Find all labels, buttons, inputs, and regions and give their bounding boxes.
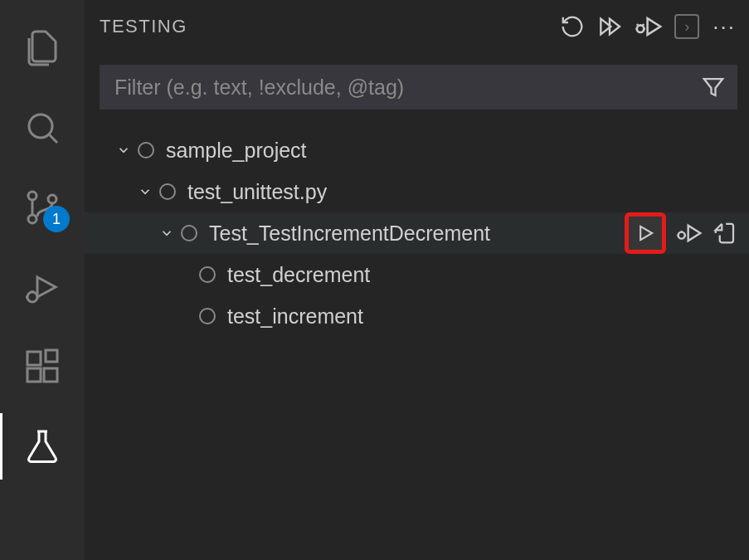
tree-label: test_decrement: [227, 263, 370, 287]
run-all-icon: [596, 13, 623, 40]
tree-node-test[interactable]: test_decrement: [85, 254, 749, 295]
svg-marker-16: [648, 18, 661, 35]
svg-point-17: [637, 26, 644, 33]
chevron-down-icon: [113, 143, 134, 158]
testing-panel: TESTING: [85, 0, 749, 560]
row-actions: [625, 212, 737, 254]
run-debug-tab[interactable]: [0, 247, 85, 327]
svg-marker-23: [704, 79, 723, 95]
svg-rect-12: [44, 368, 57, 382]
refresh-icon: [560, 14, 585, 39]
refresh-button[interactable]: [560, 14, 585, 39]
svg-marker-5: [37, 277, 56, 297]
svg-line-21: [637, 24, 638, 25]
tree-label: sample_project: [166, 139, 307, 163]
svg-point-6: [27, 292, 37, 302]
collapse-button[interactable]: ›: [674, 14, 699, 39]
flask-icon: [22, 426, 62, 466]
funnel-icon: [701, 75, 726, 100]
testing-tab[interactable]: [0, 407, 85, 486]
debug-all-button[interactable]: [635, 12, 663, 41]
files-icon: [22, 28, 62, 68]
status-indicator: [199, 308, 216, 324]
run-all-button[interactable]: [596, 13, 623, 40]
svg-point-4: [48, 195, 56, 203]
svg-rect-13: [46, 350, 57, 362]
tree-node-project[interactable]: sample_project: [85, 129, 749, 171]
run-debug-icon: [22, 267, 62, 307]
play-icon: [634, 222, 657, 245]
status-indicator: [199, 266, 216, 283]
svg-point-0: [29, 114, 52, 138]
status-indicator: [159, 183, 176, 200]
filter-button[interactable]: [689, 75, 737, 100]
tree-label: test_unittest.py: [187, 180, 327, 204]
goto-file-button[interactable]: [713, 221, 737, 246]
panel-title: TESTING: [100, 16, 560, 37]
search-tab[interactable]: [0, 88, 85, 168]
source-control-tab[interactable]: 1: [0, 168, 85, 247]
svg-rect-10: [27, 352, 41, 365]
extensions-tab[interactable]: [0, 327, 85, 407]
explorer-tab[interactable]: [0, 8, 85, 88]
tree-label: test_increment: [227, 304, 363, 329]
source-control-badge: 1: [43, 206, 70, 232]
filter-row: [100, 65, 737, 110]
status-indicator: [138, 142, 154, 158]
tree-label: Test_TestIncrementDecrement: [209, 222, 490, 246]
tree-node-test[interactable]: test_increment: [85, 295, 749, 337]
run-test-button[interactable]: [625, 212, 666, 254]
debug-play-icon: [676, 220, 703, 246]
debug-run-icon: [635, 12, 663, 41]
ellipsis-icon: ···: [713, 14, 736, 39]
filter-input[interactable]: [100, 65, 689, 110]
more-button[interactable]: ···: [711, 14, 737, 40]
svg-marker-25: [688, 226, 701, 241]
extensions-icon: [22, 347, 62, 387]
svg-point-2: [28, 192, 36, 200]
svg-point-26: [678, 232, 685, 239]
svg-rect-11: [27, 368, 41, 382]
activity-bar: 1: [0, 0, 85, 560]
chevron-down-icon: [134, 184, 156, 199]
test-tree: sample_project test_unittest.py Test_Tes…: [85, 124, 749, 337]
goto-file-icon: [713, 221, 737, 246]
svg-point-3: [28, 215, 36, 223]
debug-test-button[interactable]: [676, 220, 703, 246]
search-icon: [22, 108, 62, 148]
chevron-down-icon: [156, 226, 178, 241]
panel-header: TESTING: [85, 0, 749, 56]
svg-marker-24: [640, 226, 652, 240]
header-actions: › ···: [560, 12, 737, 41]
status-indicator: [181, 225, 197, 241]
tree-node-file[interactable]: test_unittest.py: [85, 171, 749, 212]
svg-line-1: [49, 134, 57, 143]
chevron-right-icon: ›: [684, 18, 689, 36]
tree-node-class[interactable]: Test_TestIncrementDecrement: [85, 212, 749, 254]
svg-line-22: [643, 24, 644, 25]
